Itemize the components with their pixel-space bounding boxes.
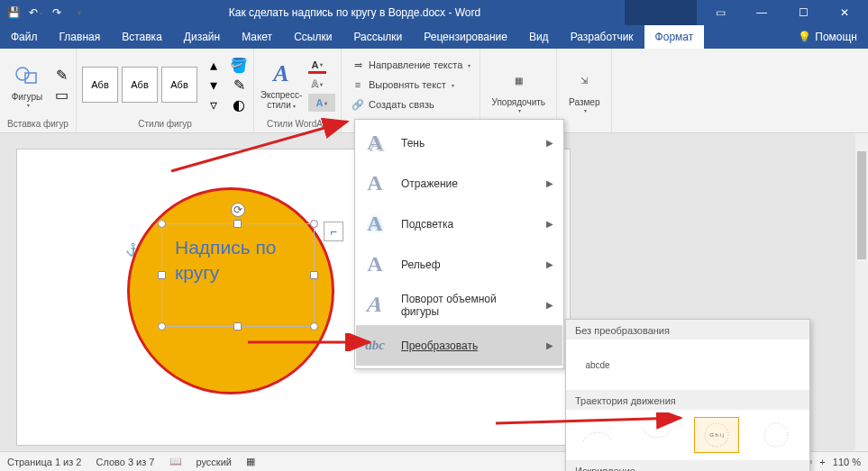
shape-fill-icon[interactable]: 🪣	[230, 56, 248, 74]
zoom-in-icon[interactable]: +	[819, 457, 825, 467]
effect-reflection[interactable]: A Отражение ▶	[356, 163, 562, 204]
help-label: Помощн	[815, 31, 857, 43]
transform-button[interactable]	[754, 417, 799, 453]
text-box[interactable]: ⟳ Надпись по кругу	[161, 223, 315, 327]
resize-handle-se[interactable]	[310, 322, 318, 331]
tell-me[interactable]: 💡 Помощн	[787, 25, 868, 49]
tab-file[interactable]: Файл	[0, 25, 49, 49]
shapes-button[interactable]: Фигуры ▾	[5, 54, 49, 115]
gallery-more-icon[interactable]: ▿	[205, 95, 223, 113]
express-styles-button[interactable]: A Экспресс- стили▾	[260, 54, 303, 115]
resize-handle-ne[interactable]	[310, 220, 318, 228]
tab-mailings[interactable]: Рассылки	[343, 25, 413, 49]
express-styles-label-1: Экспресс-	[260, 90, 303, 100]
effect-bevel[interactable]: A Рельеф ▶	[356, 244, 562, 285]
tab-review[interactable]: Рецензирование	[413, 25, 518, 49]
text-box-content[interactable]: Надпись по кругу	[175, 235, 277, 286]
tab-insert[interactable]: Вставка	[111, 25, 173, 49]
resize-handle-n[interactable]	[233, 220, 242, 228]
style-preset-2[interactable]: Абв	[122, 67, 158, 103]
transform-label: Преобразовать	[401, 340, 534, 352]
save-icon[interactable]: 💾	[7, 6, 20, 19]
size-icon: ⇲	[570, 67, 598, 95]
layout-options-icon[interactable]: ⌐	[324, 222, 343, 241]
transform-circle[interactable]: G h i j	[694, 417, 739, 453]
align-text-icon: ≡	[351, 77, 365, 92]
svg-text:a b c d e f: a b c d e f	[580, 421, 604, 422]
gallery-down-icon[interactable]: ▾	[205, 76, 223, 94]
zoom-level[interactable]: 110 %	[833, 457, 861, 467]
tab-layout[interactable]: Макет	[231, 25, 283, 49]
status-macro-icon[interactable]: ▦	[246, 456, 255, 467]
no-transform-header: Без преобразования	[566, 320, 809, 340]
resize-handle-s[interactable]	[233, 322, 242, 331]
edit-shape-icon[interactable]: ✎	[52, 66, 70, 84]
chevron-right-icon: ▶	[546, 259, 553, 269]
shapes-icon	[13, 61, 41, 90]
qat-customize-icon[interactable]: ▾	[72, 6, 85, 19]
text-fill-icon[interactable]: A▾	[308, 58, 326, 74]
tab-developer[interactable]: Разработчик	[560, 25, 644, 49]
status-proofing-icon[interactable]: 📖	[169, 456, 182, 467]
chevron-right-icon: ▶	[546, 138, 553, 148]
style-preset-1[interactable]: Абв	[82, 67, 118, 103]
transform-arch-up[interactable]: a b c d e f	[575, 417, 620, 453]
align-text-button[interactable]: ≡ Выровнять текст▾	[347, 76, 474, 94]
size-button[interactable]: ⇲ Размер ▾	[562, 59, 606, 121]
align-text-label: Выровнять текст	[369, 79, 446, 90]
tab-references[interactable]: Ссылки	[283, 25, 343, 49]
user-account[interactable]	[625, 0, 697, 25]
redo-icon[interactable]: ↷	[50, 6, 63, 19]
style-preset-3[interactable]: Абв	[161, 67, 197, 103]
follow-path-header: Траектория движения	[566, 390, 809, 410]
resize-handle-e[interactable]	[310, 271, 318, 279]
group-shape-styles: Абв Абв Абв ▴ ▾ ▿ 🪣 ✎ ◐ Стили фигур	[77, 49, 254, 132]
tab-design[interactable]: Дизайн	[173, 25, 231, 49]
reflection-icon: A	[361, 171, 388, 195]
text-outline-icon[interactable]: A▾	[308, 76, 326, 92]
text-box-icon[interactable]: ▭	[52, 86, 70, 104]
tab-view[interactable]: Вид	[518, 25, 560, 49]
shape-outline-icon[interactable]: ✎	[230, 76, 248, 94]
maximize-icon[interactable]: ☐	[785, 0, 821, 25]
express-styles-label-2: стили	[267, 100, 291, 110]
status-page[interactable]: Страница 1 из 2	[7, 457, 81, 467]
undo-icon[interactable]: ↶▾	[29, 6, 41, 19]
arrange-button[interactable]: ▦ Упорядочить ▾	[486, 59, 551, 121]
chevron-right-icon: ▶	[546, 300, 553, 310]
glow-label: Подсветка	[401, 218, 534, 231]
transform-arch-down[interactable]	[635, 417, 680, 453]
transform-icon: abc	[361, 338, 388, 353]
menu-tabs: Файл Главная Вставка Дизайн Макет Ссылки…	[0, 25, 868, 49]
link-icon: 🔗	[351, 97, 365, 112]
status-words[interactable]: Слово 3 из 7	[96, 457, 154, 467]
shadow-label: Тень	[401, 137, 534, 149]
effect-transform[interactable]: abc Преобразовать ▶	[356, 325, 562, 366]
close-icon[interactable]: ✕	[827, 0, 863, 25]
rotate-handle[interactable]: ⟳	[231, 203, 245, 217]
create-link-button[interactable]: 🔗 Создать связь	[347, 95, 474, 113]
tab-format[interactable]: Формат	[644, 25, 705, 49]
tab-home[interactable]: Главная	[49, 25, 112, 49]
effect-shadow[interactable]: A Тень ▶	[356, 122, 562, 163]
chevron-right-icon: ▶	[546, 178, 553, 188]
shadow-icon: A	[361, 131, 388, 155]
minimize-icon[interactable]: ―	[744, 0, 780, 25]
resize-handle-nw[interactable]	[158, 220, 166, 228]
effect-glow[interactable]: A Подсветка ▶	[356, 204, 562, 244]
resize-handle-sw[interactable]	[158, 322, 166, 331]
transform-none[interactable]: abcde	[575, 347, 620, 383]
gallery-up-icon[interactable]: ▴	[205, 56, 223, 74]
arrange-icon: ▦	[504, 67, 533, 95]
resize-handle-w[interactable]	[158, 271, 166, 279]
status-language[interactable]: русский	[196, 457, 232, 467]
text-effects-icon[interactable]: A▾	[308, 94, 335, 112]
ribbon-options-icon[interactable]: ▭	[702, 0, 738, 25]
glow-icon: A	[361, 212, 388, 236]
text-direction-button[interactable]: ⥤ Направление текста▾	[347, 56, 474, 74]
effect-3d-rotation[interactable]: A Поворот объемной фигуры ▶	[356, 285, 562, 325]
shape-effects-icon[interactable]: ◐	[230, 95, 248, 113]
vertical-scrollbar[interactable]	[855, 133, 868, 451]
scrollbar-thumb[interactable]	[857, 151, 866, 259]
document-title: Как сделать надпись по кругу в Ворде.doc…	[85, 6, 625, 19]
